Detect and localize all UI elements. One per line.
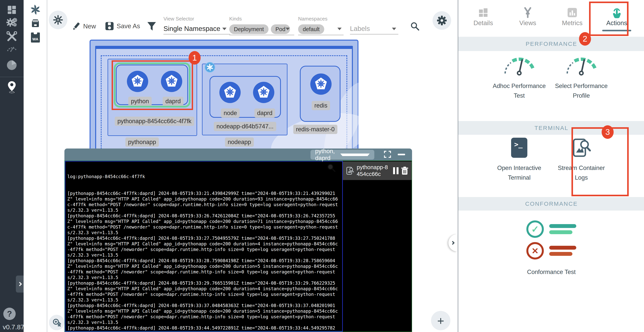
action-label: Select Performance Profile bbox=[552, 81, 610, 100]
annotation-badge-1: 1 bbox=[188, 51, 200, 65]
save-as-button[interactable]: Save As bbox=[105, 22, 140, 30]
log-entry: [pythonapp-8454cc66c-4f7fk:daprd] 2024-0… bbox=[67, 325, 340, 332]
terminal-header[interactable]: python, daprd bbox=[64, 148, 412, 160]
tab-actions[interactable]: Actions bbox=[594, 0, 639, 37]
new-button[interactable]: New bbox=[72, 22, 96, 31]
views-icon bbox=[523, 7, 532, 18]
help-button[interactable]: ? bbox=[3, 308, 16, 320]
namespace-chip-default[interactable]: default bbox=[298, 24, 324, 34]
dropdown-caret-icon bbox=[340, 154, 370, 156]
filter-toolbar: New Save As View Selector Single Namespa… bbox=[47, 0, 457, 37]
wa-notch bbox=[34, 32, 37, 34]
save-icon bbox=[105, 22, 114, 30]
filter-funnel-icon bbox=[147, 22, 156, 31]
kinds-underline bbox=[229, 35, 294, 35]
action-conformance-test[interactable]: ✓ ✕ Conformance Test bbox=[521, 220, 581, 277]
log-stream-tab[interactable]: pythonapp-8454cc66c bbox=[343, 161, 412, 180]
container-node-python[interactable] bbox=[127, 71, 148, 92]
kubernetes-icon bbox=[256, 84, 271, 100]
tab-metrics[interactable]: Metrics bbox=[550, 0, 594, 37]
check-circle-icon: ✓ bbox=[526, 220, 544, 238]
container-node-daprd[interactable] bbox=[161, 71, 182, 92]
tab-label: Views bbox=[519, 19, 536, 27]
settings-button[interactable] bbox=[432, 11, 451, 30]
tab-views[interactable]: Views bbox=[506, 0, 550, 37]
stream-logs-icon bbox=[571, 138, 592, 158]
log-stream-tabs: pythonapp-8454cc66c bbox=[343, 161, 412, 332]
view-selector-underline bbox=[164, 34, 230, 34]
details-grid-icon bbox=[478, 7, 488, 18]
webassembly-icon[interactable]: WA bbox=[24, 32, 47, 42]
components-inbox-icon[interactable] bbox=[24, 18, 47, 27]
metrics-chart-icon bbox=[568, 7, 577, 18]
log-entry: [pythonapp-8454cc66c-4f7fk:daprd] 2024-0… bbox=[67, 191, 340, 213]
gauge-icon[interactable] bbox=[0, 45, 24, 52]
graph-layout-button[interactable] bbox=[49, 11, 67, 29]
action-adhoc-performance-test[interactable]: Adhoc Performance Test bbox=[489, 54, 549, 100]
container-label: daprd bbox=[163, 97, 184, 106]
annotation-badge-2: 2 bbox=[579, 32, 591, 46]
namespaces-caret-icon[interactable] bbox=[338, 28, 342, 30]
panel-tabs: Details Views Metrics Actions bbox=[460, 0, 643, 37]
detail-panel: Details Views Metrics Actions 2 PERFORMA… bbox=[458, 0, 644, 332]
terminal-body: log:pythonapp-8454cc66c-4f7fk [pythonapp… bbox=[64, 160, 412, 332]
container-node-node[interactable] bbox=[219, 82, 241, 103]
log-terminal-window: python, daprd log:pythonapp-8454cc66c-4f… bbox=[64, 148, 412, 332]
pod-pythonapp[interactable]: python daprd bbox=[116, 65, 188, 105]
mesh-pie-icon[interactable] bbox=[0, 60, 24, 70]
location-pin-icon[interactable] bbox=[0, 81, 24, 93]
minimize-button[interactable] bbox=[398, 154, 405, 155]
namespaces-underline bbox=[298, 35, 344, 35]
log-entry: [pythonapp-8454cc66c-4f7fk:daprd] 2024-0… bbox=[67, 280, 340, 303]
container-label: python bbox=[128, 97, 152, 106]
active-tab-underline bbox=[602, 30, 631, 31]
view-selector-caret-icon[interactable] bbox=[222, 28, 226, 30]
settings-gears-icon[interactable] bbox=[0, 17, 24, 27]
pod-redis[interactable]: redis bbox=[300, 66, 340, 122]
actions-touch-icon bbox=[612, 7, 622, 18]
log-output[interactable]: log:pythonapp-8454cc66c-4f7fk [pythonapp… bbox=[65, 161, 343, 332]
container-node-daprd[interactable] bbox=[253, 82, 274, 103]
wa-label: WA bbox=[32, 37, 38, 41]
pencil-icon bbox=[72, 22, 80, 31]
dashboard-icon[interactable] bbox=[0, 5, 24, 14]
kubernetes-icon bbox=[130, 73, 145, 89]
log-entry: [pythonapp-8454cc66c-4f7fk:daprd] 2024-0… bbox=[67, 303, 340, 325]
rail-expand-button[interactable] bbox=[52, 318, 64, 330]
kinds-caret-icon[interactable] bbox=[286, 28, 290, 30]
sidebar-expand-button[interactable] bbox=[16, 276, 24, 293]
labels-caret-icon[interactable] bbox=[392, 28, 396, 30]
action-select-performance-profile[interactable]: Select Performance Profile bbox=[551, 54, 611, 100]
view-selector-value[interactable]: Single Namespace bbox=[164, 25, 220, 32]
action-label: Adhoc Performance Test bbox=[490, 81, 548, 100]
chevron-right-icon bbox=[451, 241, 454, 245]
tools-icon[interactable] bbox=[0, 31, 24, 42]
kubernetes-icon bbox=[314, 76, 328, 92]
container-node-redis[interactable] bbox=[310, 73, 332, 95]
delete-stream-button[interactable] bbox=[401, 166, 408, 175]
conformance-icon: ✓ ✕ bbox=[526, 220, 576, 264]
container-selector-dropdown[interactable]: python, daprd bbox=[310, 150, 374, 160]
filter-button[interactable] bbox=[147, 22, 156, 32]
pause-stream-button[interactable] bbox=[393, 167, 398, 174]
action-label: Stream Container Logs bbox=[552, 163, 610, 183]
action-open-interactive-terminal[interactable]: >_ Open Interactive Terminal bbox=[489, 138, 549, 183]
action-stream-container-logs[interactable]: Stream Container Logs bbox=[551, 138, 611, 183]
fullscreen-button[interactable] bbox=[384, 151, 391, 159]
section-conformance-header: CONFORMANCE bbox=[458, 197, 644, 211]
container-label: node bbox=[221, 108, 240, 118]
tab-details[interactable]: Details bbox=[461, 0, 506, 37]
labels-input[interactable]: Labels bbox=[350, 25, 370, 32]
add-button[interactable]: + bbox=[431, 311, 450, 330]
dapr-logo-icon[interactable] bbox=[24, 4, 47, 15]
app-sidebar: ? v0.7.87 bbox=[0, 0, 24, 332]
labels-underline bbox=[350, 34, 398, 34]
question-mark-icon: ? bbox=[7, 309, 12, 319]
log-header-line: log:pythonapp-8454cc66c-4f7fk bbox=[67, 174, 340, 179]
search-button[interactable] bbox=[410, 22, 420, 32]
container-label: daprd bbox=[254, 108, 275, 118]
pod-label-redis: redis-master-0 bbox=[293, 125, 338, 134]
fullscreen-icon bbox=[384, 151, 391, 158]
pod-nodeapp[interactable]: node daprd bbox=[210, 76, 281, 118]
kind-chip-deployment[interactable]: Deployment bbox=[229, 24, 268, 34]
